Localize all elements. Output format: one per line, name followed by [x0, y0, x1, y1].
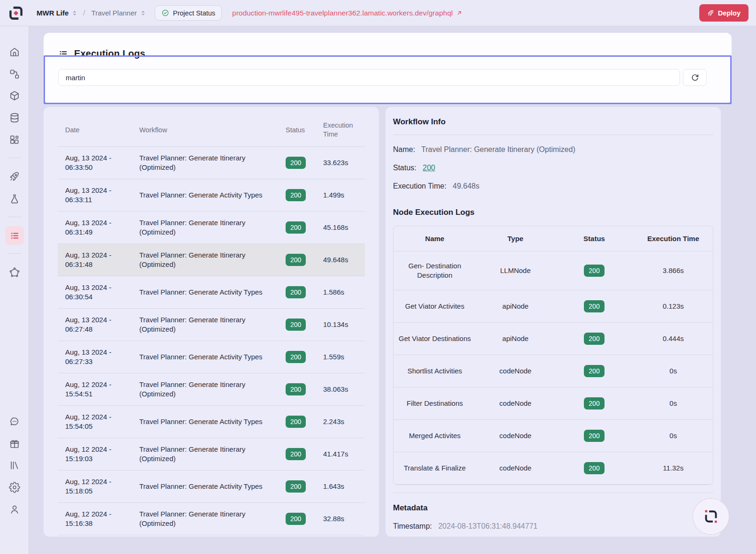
rocket-icon: [9, 171, 20, 182]
sidebar-item-data[interactable]: [9, 112, 20, 123]
project-status-badge[interactable]: Project Status: [155, 5, 222, 21]
log-row[interactable]: Aug, 13 2024 - 06:27:48 Travel Planner: …: [58, 309, 365, 341]
status-value-link[interactable]: 200: [423, 164, 435, 172]
app-root: MWR Life / Travel Planner Project Status…: [0, 0, 756, 554]
name-label: Name:: [393, 145, 415, 153]
refresh-icon: [691, 73, 699, 82]
workflow-detail-card: Workflow Info Name: Travel Planner: Gene…: [386, 107, 721, 537]
sidebar-item-graphql[interactable]: [9, 267, 20, 278]
sidebar-item-models[interactable]: [9, 90, 20, 101]
refresh-button[interactable]: [683, 69, 707, 86]
node-exec-time: 0.123s: [634, 290, 713, 323]
log-row[interactable]: Aug, 12 2024 - 15:19:03 Travel Planner: …: [58, 438, 365, 471]
sidebar-item-home[interactable]: [9, 46, 20, 58]
node-col-name: Name: [393, 226, 476, 251]
log-row[interactable]: Aug, 12 2024 - 15:16:38 Travel Planner: …: [58, 503, 365, 535]
project-switcher[interactable]: Travel Planner: [91, 9, 146, 17]
sidebar-item-experiments[interactable]: [9, 193, 20, 205]
workflow-name-row: Name: Travel Planner: Generate Itinerary…: [393, 144, 713, 155]
col-header-workflow: Workflow: [132, 107, 278, 147]
node-col-status: Status: [555, 226, 634, 251]
log-row[interactable]: Aug, 13 2024 - 06:27:33 Travel Planner: …: [58, 341, 365, 373]
log-exec-time: 1.559s: [316, 341, 365, 373]
sidebar-divider: [8, 253, 21, 254]
sidebar-item-whats-new[interactable]: [9, 438, 20, 449]
node-type: apiNode: [476, 290, 555, 323]
database-icon: [9, 112, 20, 123]
log-exec-time: 1.643s: [316, 471, 365, 503]
node-exec-time: 0.444s: [634, 323, 713, 355]
sidebar-divider: [8, 217, 21, 217]
log-date: Aug, 12 2024 - 15:16:38: [58, 503, 132, 535]
library-icon: [9, 460, 20, 471]
node-name: Get Viator Activites: [393, 290, 476, 323]
list-icon: [9, 230, 20, 241]
timestamp-label: Timestamp:: [393, 522, 432, 530]
log-date: Aug, 12 2024 - 15:54:51: [58, 373, 132, 406]
node-type: codeNode: [476, 420, 555, 452]
log-row[interactable]: Aug, 13 2024 - 06:30:54 Travel Planner: …: [58, 276, 365, 309]
divider: [393, 135, 713, 135]
log-workflow: Travel Planner: Generate Activity Types: [132, 179, 278, 212]
log-row[interactable]: Aug, 13 2024 - 06:33:11 Travel Planner: …: [58, 179, 365, 212]
status-badge: 200: [286, 286, 306, 298]
chat-icon: [9, 416, 20, 427]
log-row[interactable]: Aug, 13 2024 - 06:33:50 Travel Planner: …: [58, 147, 365, 179]
status-badge: 200: [286, 221, 306, 234]
status-label: Status:: [393, 164, 416, 172]
node-row: Get Viator Destinations apiNode 200 0.44…: [393, 323, 713, 355]
node-row: Merged Activites codeNode 200 0s: [393, 420, 713, 452]
deploy-button[interactable]: Deploy: [699, 4, 748, 22]
node-name: Merged Activites: [393, 420, 476, 452]
node-name: Filter Destinations: [393, 387, 476, 420]
lamatic-widget-button[interactable]: [693, 498, 729, 535]
status-badge: 200: [286, 448, 306, 460]
sidebar-item-integrations[interactable]: [9, 134, 20, 145]
logs-header-card: Execution Logs: [44, 33, 732, 103]
node-col-type: Type: [476, 226, 555, 251]
flask-icon: [9, 193, 20, 205]
sidebar-item-workflows[interactable]: [9, 68, 20, 80]
sidebar-item-chat[interactable]: [9, 416, 20, 427]
sidebar-item-settings[interactable]: [9, 482, 20, 493]
log-date: Aug, 13 2024 - 06:31:49: [58, 212, 132, 244]
log-date: Aug, 13 2024 - 06:30:54: [58, 276, 132, 309]
project-name: Travel Planner: [91, 9, 137, 17]
deployment-url-text: production-mwrlife495-travelplanner362.l…: [232, 9, 453, 17]
unfold-icon: [140, 10, 146, 16]
log-date: Aug, 13 2024 - 06:33:50: [58, 147, 132, 179]
status-badge: 200: [286, 383, 306, 395]
node-type: codeNode: [476, 355, 555, 387]
col-header-date: Date: [58, 107, 132, 147]
page-title-row: Execution Logs: [58, 48, 145, 59]
status-badge: 200: [584, 365, 604, 377]
log-date: Aug, 12 2024 - 15:19:03: [58, 438, 132, 471]
sidebar-item-profile[interactable]: [9, 504, 20, 515]
app-logo[interactable]: [8, 5, 24, 21]
node-logs-table: Name Type Status Execution Time Gen- Des…: [393, 226, 713, 485]
log-row[interactable]: Aug, 12 2024 - 15:54:51 Travel Planner: …: [58, 373, 365, 406]
sidebar-divider: [8, 158, 21, 158]
logs-table-body: Aug, 13 2024 - 06:33:50 Travel Planner: …: [58, 147, 365, 535]
log-date: Aug, 13 2024 - 06:33:11: [58, 179, 132, 212]
log-row[interactable]: Aug, 13 2024 - 06:31:49 Travel Planner: …: [58, 212, 365, 244]
timestamp-value: 2024-08-13T06:31:48.944771: [438, 522, 537, 530]
log-exec-time: 33.623s: [316, 147, 365, 179]
col-header-exec-time: Execution Time: [316, 107, 365, 147]
exec-time-value: 49.648s: [453, 182, 479, 190]
log-row[interactable]: Aug, 13 2024 - 06:31:48 Travel Planner: …: [58, 244, 365, 276]
sidebar-item-docs[interactable]: [9, 460, 20, 471]
log-row[interactable]: Aug, 12 2024 - 15:18:05 Travel Planner: …: [58, 471, 365, 503]
breadcrumb-separator: /: [83, 9, 85, 17]
sidebar-item-logs[interactable]: [5, 226, 24, 245]
log-exec-time: 10.134s: [316, 309, 365, 341]
workspace-switcher[interactable]: MWR Life: [37, 9, 78, 17]
log-workflow: Travel Planner: Generate Itinerary (Opti…: [132, 244, 278, 276]
log-workflow: Travel Planner: Generate Itinerary (Opti…: [132, 212, 278, 244]
node-exec-time: 0s: [634, 420, 713, 452]
log-workflow: Travel Planner: Generate Itinerary (Opti…: [132, 438, 278, 471]
deployment-url-link[interactable]: production-mwrlife495-travelplanner362.l…: [232, 9, 463, 17]
logs-search-input[interactable]: [58, 69, 680, 86]
sidebar-item-deployments[interactable]: [9, 171, 20, 182]
log-row[interactable]: Aug, 12 2024 - 15:54:05 Travel Planner: …: [58, 406, 365, 438]
